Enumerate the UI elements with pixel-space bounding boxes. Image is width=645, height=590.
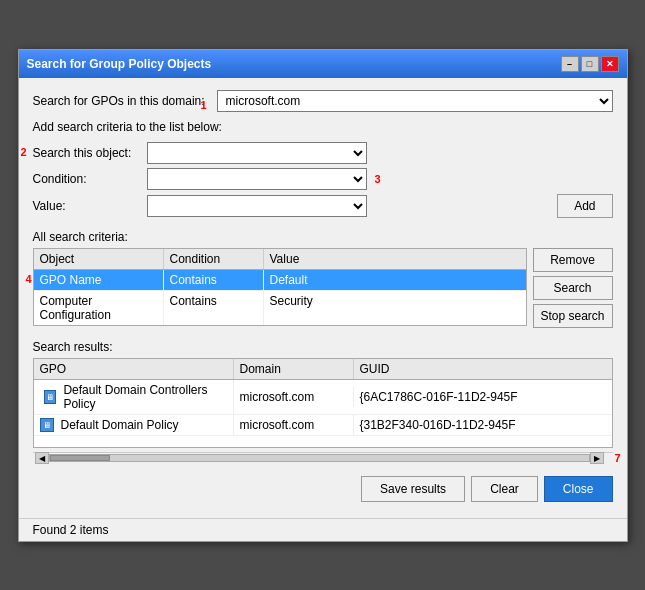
clear-button[interactable]: Clear	[471, 476, 538, 502]
remove-button[interactable]: Remove	[533, 248, 613, 272]
horizontal-scrollbar[interactable]: ◀ ▶ 7	[33, 452, 613, 464]
add-button[interactable]: Add	[557, 194, 612, 218]
results-row-1[interactable]: 6 🖥 Default Domain Controllers Policy mi…	[34, 380, 612, 415]
annotation-4: 4	[26, 273, 32, 285]
criteria-row-1[interactable]: 4 GPO Name Contains Default	[34, 270, 526, 291]
annotation-3: 3	[375, 173, 381, 185]
stop-search-button[interactable]: Stop search	[533, 304, 613, 328]
search-object-select[interactable]	[147, 142, 367, 164]
minimize-button[interactable]: –	[561, 56, 579, 72]
domain-label: Search for GPOs in this domain:	[33, 94, 205, 108]
status-text: Found 2 items	[33, 523, 109, 537]
close-dialog-button[interactable]: Close	[544, 476, 613, 502]
gpo-icon-2: 🖥	[40, 418, 54, 432]
save-results-button[interactable]: Save results	[361, 476, 465, 502]
header-condition: Condition	[164, 249, 264, 269]
criteria-object-2: Computer Configuration	[34, 291, 164, 325]
results-gpo-1: 6 🖥 Default Domain Controllers Policy	[34, 380, 234, 414]
results-domain-2: microsoft.com	[234, 415, 354, 435]
results-table: GPO Domain GUID 6 🖥 Default Domain Contr…	[33, 358, 613, 448]
dialog-title: Search for Group Policy Objects	[27, 57, 212, 71]
all-criteria-label: All search criteria:	[33, 230, 613, 244]
close-button[interactable]: ✕	[601, 56, 619, 72]
results-gpo-2: 🖥 Default Domain Policy	[34, 415, 234, 435]
domain-row: Search for GPOs in this domain: 1 micros…	[33, 90, 613, 112]
criteria-side-buttons: Remove Search Stop search	[533, 248, 613, 328]
results-row-2[interactable]: 🖥 Default Domain Policy microsoft.com {3…	[34, 415, 612, 436]
criteria-section: All search criteria: Object Condition Va…	[33, 226, 613, 328]
results-guid-1: {6AC1786C-016F-11D2-945F	[354, 387, 612, 407]
results-section: Search results: GPO Domain GUID 6 🖥 Defa…	[33, 336, 613, 464]
gpo-icon-1: 🖥	[44, 390, 57, 404]
scrollbar-thumb[interactable]	[50, 455, 110, 461]
header-value: Value	[264, 249, 526, 269]
status-bar: Found 2 items	[19, 518, 627, 541]
condition-select[interactable]	[147, 168, 367, 190]
criteria-row-2[interactable]: Computer Configuration Contains Security	[34, 291, 526, 325]
title-bar: Search for Group Policy Objects – □ ✕	[19, 50, 627, 78]
search-object-row: 2 Search this object:	[33, 142, 613, 164]
criteria-table-header: Object Condition Value	[34, 249, 526, 270]
condition-label: Condition:	[33, 172, 143, 186]
search-button[interactable]: Search	[533, 276, 613, 300]
results-header-domain: Domain	[234, 359, 354, 379]
value-label: Value:	[33, 199, 143, 213]
title-bar-controls: – □ ✕	[561, 56, 619, 72]
results-label: Search results:	[33, 340, 613, 354]
scroll-right-btn[interactable]: ▶	[590, 452, 604, 464]
value-row: Value: Add	[33, 194, 613, 218]
criteria-condition-1: Contains	[164, 270, 264, 290]
add-criteria-label: Add search criteria to the list below:	[33, 120, 613, 134]
maximize-button[interactable]: □	[581, 56, 599, 72]
criteria-condition-2: Contains	[164, 291, 264, 325]
dialog-window: Search for Group Policy Objects – □ ✕ Se…	[18, 49, 628, 542]
criteria-object-1: 4 GPO Name	[34, 270, 164, 290]
search-object-label: 2 Search this object:	[33, 146, 143, 160]
annotation-2: 2	[21, 146, 27, 158]
results-domain-1: microsoft.com	[234, 387, 354, 407]
value-select[interactable]	[147, 195, 367, 217]
criteria-form: 2 Search this object: Condition: 3 Value…	[33, 142, 613, 218]
dialog-body: Search for GPOs in this domain: 1 micros…	[19, 78, 627, 518]
results-header-guid: GUID	[354, 359, 612, 379]
condition-row: Condition: 3	[33, 168, 613, 190]
annotation-1: 1	[201, 99, 207, 111]
results-header: GPO Domain GUID	[34, 359, 612, 380]
scroll-left-btn[interactable]: ◀	[35, 452, 49, 464]
criteria-value-1: Default	[264, 270, 526, 290]
criteria-table-with-buttons: Object Condition Value 4 GPO Name Contai…	[33, 248, 613, 328]
results-guid-2: {31B2F340-016D-11D2-945F	[354, 415, 612, 435]
criteria-value-2: Security	[264, 291, 526, 325]
header-object: Object	[34, 249, 164, 269]
criteria-table: Object Condition Value 4 GPO Name Contai…	[33, 248, 527, 326]
results-header-gpo: GPO	[34, 359, 234, 379]
annotation-7: 7	[614, 452, 620, 464]
domain-select[interactable]: microsoft.com	[217, 90, 613, 112]
scrollbar-track[interactable]	[49, 454, 591, 462]
bottom-buttons: Save results Clear Close	[33, 472, 613, 506]
